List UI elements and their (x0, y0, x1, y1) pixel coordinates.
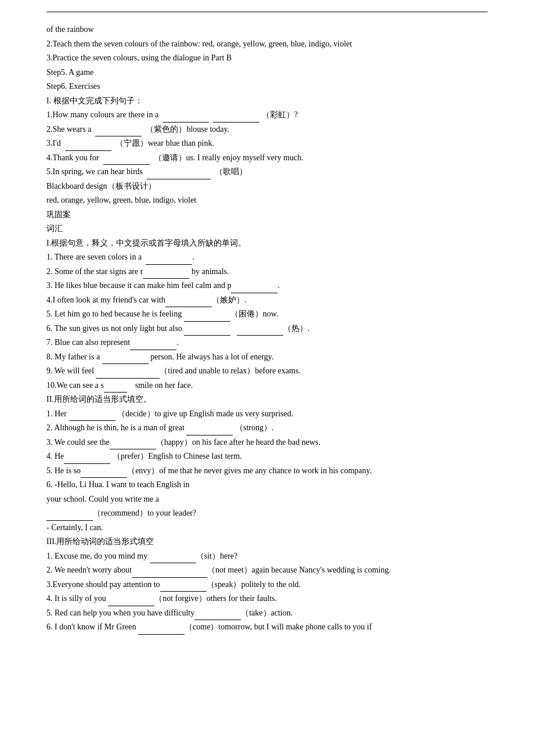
exercise-1-2: 2.She wears a （紫色的）blouse today. (46, 123, 488, 137)
blank-2-6a (184, 326, 230, 336)
exercise-2-7: 7. Blue can also represent. (46, 336, 488, 350)
step5: Step5. A game (46, 66, 488, 80)
exercise-3-5: 5. He is so（envy）of me that he never giv… (46, 464, 488, 478)
exercise-3-4: 4. He （prefer）English to Chinese last te… (46, 449, 488, 464)
exercise-4-3: 3.Everyone should pay attention to（speak… (46, 578, 488, 592)
exercise-2-5: 5. Let him go to bed because he is feeli… (46, 307, 488, 322)
exercise-3-6b: your school. Could you write me a (46, 492, 488, 507)
blank-2-6b (237, 326, 283, 336)
blank-4-5 (194, 611, 241, 620)
consolidation-label: 巩固案 (46, 208, 488, 222)
exercise-4-1: 1. Excuse me, do you mind my （sit）here? (46, 549, 488, 564)
exercise-2-4: 4.I often look at my friend's car with（嫉… (46, 293, 488, 308)
top-divider (46, 12, 488, 12)
blank-2-10a (104, 383, 127, 393)
line-teach-colours: 2.Teach them the seven colours of the ra… (46, 37, 488, 52)
blank-3-3 (110, 440, 156, 449)
section-ii-title: II.用所给词的适当形式填空。 (46, 393, 488, 407)
main-content: of the rainbow 2.Teach them the seven co… (46, 23, 488, 635)
blank-2-1 (146, 255, 192, 265)
blank-1-1b (213, 113, 259, 123)
vocabulary-label: 词汇 (46, 222, 488, 236)
exercise-1-3: 3.I'd （宁愿）wear blue than pink. (46, 136, 488, 151)
blank-1-2 (95, 127, 142, 136)
blank-2-4 (165, 298, 212, 307)
exercise-2-2: 2. Some of the star signs are r by anima… (46, 265, 488, 279)
blank-3-1 (69, 412, 116, 421)
exercise-3-6c: （recommend）to your leader? (46, 506, 488, 521)
blank-4-3 (160, 582, 207, 592)
exercise-2-10: 10.We can see a s smile on her face. (46, 379, 488, 393)
blank-4-2 (132, 568, 207, 578)
exercise-3-1: 1. Her （decide）to give up English made u… (46, 407, 488, 422)
exercise-1-5: 5.In spring, we can hear birds （歌唱） (46, 165, 488, 179)
exercise-2-9: 9. We will feel （tired and unable to rel… (46, 364, 488, 379)
step6: Step6. Exercises (46, 80, 488, 94)
exercise-2-8: 8. My father is a person. He always has … (46, 350, 488, 365)
line-practice-colours: 3.Practice the seven colours, using the … (46, 51, 488, 66)
blank-4-1 (150, 554, 196, 563)
blank-1-5 (147, 170, 211, 179)
blank-3-5 (81, 469, 127, 478)
exercise-2-6: 6. The sun gives us not only light but a… (46, 322, 488, 336)
exercise-3-6a: 6. -Hello, Li Hua. I want to teach Engli… (46, 478, 488, 492)
blank-1-4 (103, 156, 150, 165)
section-iii-title: III.用所给动词的适当形式填空 (46, 535, 488, 549)
section-i2-title: I.根据句意，释义，中文提示或首字母填入所缺的单词。 (46, 236, 488, 251)
colors-list: red, orange, yellow, green, blue, indigo… (46, 193, 488, 208)
exercise-1-1: 1.How many colours are there in a （彩虹）? (46, 108, 488, 123)
blank-2-5 (184, 312, 230, 322)
blank-2-9 (96, 369, 160, 379)
blank-4-4 (108, 597, 154, 606)
exercise-3-6d: - Certainly, I can. (46, 521, 488, 535)
blank-3-2 (186, 426, 233, 435)
blank-3-6 (46, 512, 93, 521)
exercise-2-3: 3. He likes blue because it can make him… (46, 279, 488, 293)
section-i-title: I. 根据中文完成下列句子： (46, 94, 488, 109)
blank-1-1 (163, 113, 209, 123)
exercise-3-2: 2. Although he is thin, he is a man of g… (46, 421, 488, 435)
blank-2-3 (231, 284, 277, 293)
blank-2-7 (130, 341, 176, 350)
exercise-2-1: 1. There are seven colors in a . (46, 250, 488, 265)
exercise-4-4: 4. It is silly of you （not forgive）other… (46, 592, 488, 606)
line-of-rainbow: of the rainbow (46, 23, 488, 37)
exercise-4-5: 5. Red can help you when you have diffic… (46, 606, 488, 621)
blank-2-8 (102, 355, 149, 364)
blank-2-2 (143, 269, 189, 279)
blank-3-4 (64, 455, 110, 464)
blank-4-6 (138, 625, 185, 635)
exercise-4-6: 6. I don't know if Mr Green （come）tomorr… (46, 620, 488, 635)
exercise-1-4: 4.Thank you for （邀请）us. I really enjoy m… (46, 151, 488, 165)
blank-1-3 (65, 142, 111, 151)
blackboard-design: Blackboard design（板书设计） (46, 179, 488, 194)
exercise-4-2: 2. We needn't worry about（not meet）again… (46, 563, 488, 578)
exercise-3-3: 3. We could see the（happy）on his face af… (46, 435, 488, 450)
